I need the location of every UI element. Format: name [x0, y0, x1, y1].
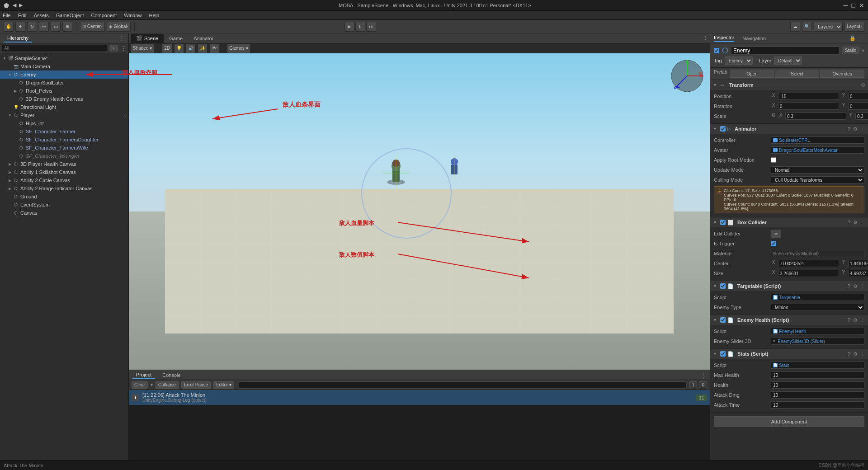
menu-component[interactable]: Component	[91, 13, 117, 18]
animator-active-checkbox[interactable]	[720, 126, 726, 132]
size-x-input[interactable]	[778, 270, 839, 277]
static-badge[interactable]: Static	[842, 47, 859, 54]
scale-y-input[interactable]	[855, 113, 868, 120]
hierarchy-item[interactable]: ⬡ SF_Character_FarmersWife	[0, 144, 128, 152]
hierarchy-item[interactable]: 📷 Main Camera	[0, 62, 128, 70]
menu-help[interactable]: Help	[149, 13, 159, 18]
gameobject-active-checkbox[interactable]	[714, 48, 719, 53]
rot-y-input[interactable]	[848, 103, 868, 110]
tab-console[interactable]: Console	[159, 371, 184, 379]
tag-select[interactable]: Enemy	[725, 56, 753, 65]
editor-btn[interactable]: Editor ▾	[213, 381, 234, 389]
gizmos-btn[interactable]: Gizmos ▾	[227, 43, 250, 53]
health-input[interactable]	[771, 381, 864, 389]
menu-file[interactable]: File	[3, 13, 11, 18]
animator-menu-icon[interactable]: ⋮	[860, 126, 865, 132]
targetable-help-icon[interactable]: ?	[848, 283, 850, 289]
hierarchy-item[interactable]: ⬡ DragonSoulEater	[0, 79, 128, 87]
gameobject-name-input[interactable]	[731, 47, 839, 55]
lock-icon[interactable]: 🔒	[849, 35, 856, 41]
pos-x-input[interactable]	[778, 93, 839, 100]
error-pause-btn[interactable]: Error Pause	[181, 381, 211, 389]
transform-header[interactable]: ▼ ↔ Transform ⚙	[710, 80, 868, 90]
box-collider-menu-icon[interactable]: ⋮	[860, 220, 865, 226]
enemy-health-header[interactable]: ▼ 📄 Enemy Health (Script) ? ⚙ ⋮	[710, 315, 868, 325]
hierarchy-menu-btn[interactable]: ⋮	[119, 35, 125, 42]
prefab-select-btn[interactable]: Select	[775, 70, 819, 78]
hierarchy-item[interactable]: 💡 Directional Light	[0, 103, 128, 111]
hierarchy-options-btn[interactable]: ⋮	[121, 45, 127, 52]
move-tool-btn[interactable]: ✦	[15, 22, 25, 32]
hierarchy-item[interactable]: ⬡ SF_Character_Farmer	[0, 127, 128, 136]
prefab-open-btn[interactable]: Open	[730, 70, 774, 78]
stats-settings-icon[interactable]: ⚙	[853, 351, 858, 357]
step-btn[interactable]: ⏭	[366, 22, 376, 32]
hierarchy-item[interactable]: ⬡ Hips_int	[0, 119, 128, 127]
material-ref[interactable]: None (Physic Material)	[771, 250, 864, 257]
center-y-input[interactable]	[848, 260, 868, 267]
hierarchy-item[interactable]: ▶ ⬡ 3D Player Health Canvas	[0, 160, 128, 168]
hierarchy-item[interactable]: ▶ ⬡ Ability 2 Circle Canvas	[0, 176, 128, 184]
enemy-type-select[interactable]: Minion	[771, 304, 864, 311]
targetable-menu-icon[interactable]: ⋮	[860, 283, 865, 289]
tab-game[interactable]: Game	[164, 34, 188, 43]
enemy-slider-ref[interactable]: ≡ EnemySlider3D (Slider)	[771, 338, 864, 345]
stats-header[interactable]: ▼ 📄 Stats (Script) ? ⚙ ⋮	[710, 349, 868, 359]
play-btn[interactable]: ▶	[344, 22, 354, 32]
menu-assets[interactable]: Assets	[34, 13, 49, 18]
hierarchy-item[interactable]: ▶ ⬡ Ability 2 Range Indicator Canvas	[0, 184, 128, 193]
tab-hierarchy[interactable]: Hierarchy	[4, 34, 32, 42]
size-y-input[interactable]	[848, 270, 868, 277]
tab-project[interactable]: Project	[132, 371, 155, 379]
script-ref[interactable]: 📄 Stats	[771, 362, 864, 369]
scene-panel-menu[interactable]: ⋮	[703, 35, 708, 41]
scene-lighting-btn[interactable]: 💡	[174, 43, 184, 53]
attack-dmg-input[interactable]	[771, 391, 864, 399]
hierarchy-item[interactable]: ▼ 🎬 SampleScene*	[0, 54, 128, 62]
inspector-tab[interactable]: Inspector	[714, 35, 734, 42]
inspector-menu-btn[interactable]: ⋮	[859, 35, 864, 41]
stats-active-checkbox[interactable]	[720, 351, 726, 357]
static-dropdown[interactable]: ▾	[862, 48, 864, 53]
targetable-header[interactable]: ▼ 📄 Targetable (Script) ? ⚙ ⋮	[710, 281, 868, 291]
box-collider-help-icon[interactable]: ?	[848, 220, 850, 226]
minimize-btn[interactable]: ─	[844, 2, 848, 9]
animator-help-icon[interactable]: ?	[848, 126, 850, 132]
hierarchy-search[interactable]	[2, 45, 107, 52]
search-btn[interactable]: 🔍	[802, 22, 812, 32]
scene-draw-mode[interactable]: Shaded ▾	[131, 43, 154, 53]
stats-menu-icon[interactable]: ⋮	[860, 351, 865, 357]
culling-mode-select[interactable]: Cull Update Transforms	[771, 176, 864, 183]
scene-fx-btn[interactable]: ✨	[198, 43, 208, 53]
pivot-btn[interactable]: ⊡ Center ▾	[80, 22, 105, 32]
add-component-btn[interactable]: Add Component	[714, 416, 864, 427]
close-btn[interactable]: ✕	[859, 2, 864, 9]
hierarchy-item[interactable]: ⬡ Canvas	[0, 209, 128, 217]
hierarchy-item[interactable]: ⬡ Ground	[0, 193, 128, 201]
is-trigger-checkbox[interactable]	[771, 241, 776, 246]
edit-collider-btn[interactable]: ✏	[771, 229, 782, 238]
hierarchy-item-player[interactable]: ▼ ⬡ Player ›	[0, 111, 128, 119]
console-panel-menu[interactable]: ⋮	[700, 371, 706, 378]
enemy-health-menu-icon[interactable]: ⋮	[860, 317, 865, 323]
layer-select[interactable]: Default	[774, 56, 802, 65]
avatar-ref[interactable]: ⬡ DragonSoulEaterMeshAvatar	[771, 146, 864, 154]
box-collider-settings-icon[interactable]: ⚙	[853, 220, 858, 226]
targetable-settings-icon[interactable]: ⚙	[853, 283, 858, 289]
menu-edit[interactable]: Edit	[18, 13, 27, 18]
stats-help-icon[interactable]: ?	[848, 351, 850, 357]
hierarchy-item[interactable]: ⬡ SF_Character_Wrangler	[0, 152, 128, 160]
maximize-btn[interactable]: □	[852, 2, 855, 9]
hand-tool-btn[interactable]: ✋	[4, 22, 14, 32]
navigation-tab[interactable]: Navigation	[742, 36, 766, 41]
console-search[interactable]	[239, 381, 687, 389]
hierarchy-item[interactable]: ▶ ⬡ Ability 1 Skillshot Canvas	[0, 168, 128, 176]
targetable-active-checkbox[interactable]	[720, 283, 726, 289]
scene-hidden-btn[interactable]: 👁	[209, 43, 219, 53]
tab-scene[interactable]: 🎬 Scene	[131, 34, 164, 43]
script-ref[interactable]: 📄 Targetable	[771, 294, 864, 301]
enemy-health-active-checkbox[interactable]	[720, 317, 726, 323]
prefab-overrides-btn[interactable]: Overrides	[820, 70, 864, 78]
scene-view[interactable]: Y X Z 敌人血条界面	[129, 53, 710, 370]
max-health-input[interactable]	[771, 371, 864, 379]
